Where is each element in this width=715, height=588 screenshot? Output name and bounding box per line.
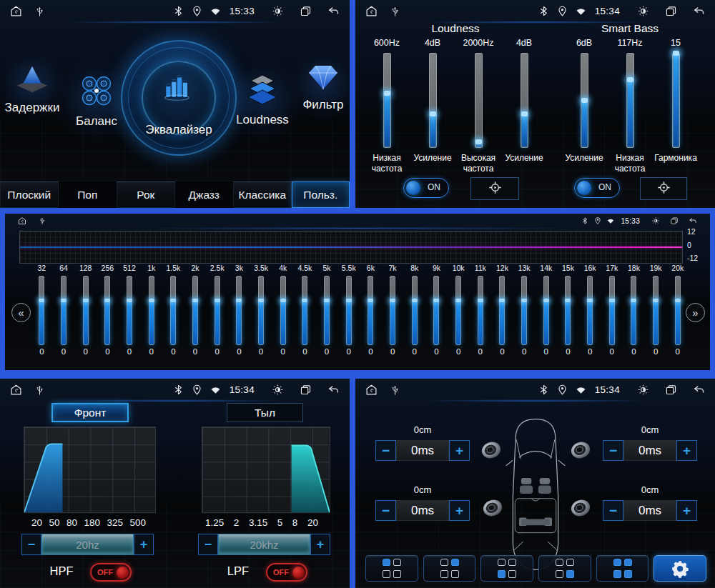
hpf-off-toggle[interactable]: OFF: [90, 563, 132, 582]
band-slider[interactable]: [653, 276, 659, 345]
slider-track[interactable]: [626, 53, 634, 148]
loudness-on-toggle[interactable]: ON: [403, 178, 449, 198]
band-slider[interactable]: [127, 276, 132, 345]
hpf-decrease-button[interactable]: −: [21, 534, 41, 555]
seat-rear-right-button[interactable]: [538, 555, 591, 582]
band-slider[interactable]: [214, 276, 220, 345]
band-slider[interactable]: [478, 276, 483, 345]
band-slider[interactable]: [521, 276, 527, 345]
carousel-item-loudness[interactable]: Loudness: [227, 74, 297, 127]
band-slider[interactable]: [83, 276, 89, 345]
brightness-icon[interactable]: [637, 384, 649, 396]
lpf-decrease-button[interactable]: −: [198, 534, 218, 555]
band-slider[interactable]: [390, 276, 395, 345]
brightness-icon[interactable]: [272, 384, 284, 396]
delay-decrease-button[interactable]: −: [603, 440, 623, 461]
band-slider[interactable]: [39, 276, 44, 345]
home-icon[interactable]: [18, 216, 26, 225]
back-icon[interactable]: [327, 5, 340, 17]
loudness-reset-button[interactable]: [470, 177, 519, 200]
seat-all-button[interactable]: [596, 555, 649, 582]
home-icon[interactable]: [365, 384, 378, 396]
band-slider[interactable]: [192, 276, 198, 345]
delay-decrease-button[interactable]: −: [375, 440, 396, 461]
band-slider[interactable]: [170, 276, 176, 345]
brightness-icon[interactable]: [637, 5, 649, 17]
band-slider[interactable]: [346, 276, 352, 345]
band-slider[interactable]: [324, 276, 330, 345]
delay-increase-button[interactable]: +: [449, 440, 470, 461]
band-slider[interactable]: [149, 276, 154, 345]
band-slider[interactable]: [565, 276, 571, 345]
preset-tab-0[interactable]: Плоский: [0, 181, 59, 208]
band-slider[interactable]: [455, 276, 461, 345]
tab-rear[interactable]: Тыл: [227, 403, 303, 422]
band-slider[interactable]: [258, 276, 264, 345]
band-slider[interactable]: [543, 276, 549, 345]
hpf-increase-button[interactable]: +: [134, 534, 154, 555]
back-icon[interactable]: [689, 216, 697, 225]
band-slider[interactable]: [104, 276, 110, 345]
slider-label: Низкая частота: [604, 153, 656, 174]
lpf-off-toggle[interactable]: OFF: [266, 563, 307, 582]
home-icon[interactable]: [10, 384, 22, 396]
smart-bass-reset-button[interactable]: [640, 177, 687, 200]
delay-increase-button[interactable]: +: [676, 500, 697, 521]
brightness-icon[interactable]: [651, 216, 660, 225]
recents-icon[interactable]: [300, 5, 312, 17]
bands-scroll-left-button[interactable]: «: [11, 303, 31, 322]
delay-decrease-button[interactable]: −: [603, 500, 623, 521]
carousel-item-filter[interactable]: Фильтр: [290, 63, 350, 112]
slider-track[interactable]: [672, 53, 680, 148]
band-freq: 4k: [279, 264, 287, 273]
recents-icon[interactable]: [670, 216, 679, 225]
brightness-icon[interactable]: [272, 5, 284, 17]
hpf-frequency-value[interactable]: 20hz: [41, 534, 134, 555]
settings-button[interactable]: [654, 555, 706, 582]
smart-bass-on-toggle[interactable]: ON: [574, 178, 620, 198]
recents-icon[interactable]: [665, 384, 677, 396]
home-icon[interactable]: [10, 5, 22, 17]
preset-tab-4[interactable]: Классика: [233, 181, 292, 208]
preset-tab-5[interactable]: Польз.: [292, 181, 350, 208]
band-slider[interactable]: [280, 276, 286, 345]
back-icon[interactable]: [327, 384, 340, 396]
recents-icon[interactable]: [300, 384, 312, 396]
band-slider[interactable]: [433, 276, 439, 345]
bands-scroll-right-button[interactable]: »: [686, 303, 705, 322]
band-slider[interactable]: [368, 276, 373, 345]
slider-track[interactable]: [383, 53, 391, 148]
tab-front[interactable]: Фронт: [51, 403, 129, 422]
slider-track[interactable]: [521, 53, 528, 148]
band-slider[interactable]: [412, 276, 418, 345]
preset-tab-3[interactable]: Джазз: [175, 181, 234, 208]
delay-increase-button[interactable]: +: [449, 500, 470, 521]
band-slider[interactable]: [499, 276, 505, 345]
band-slider[interactable]: [587, 276, 593, 345]
seat-rear-left-button[interactable]: [480, 555, 533, 582]
lpf-increase-button[interactable]: +: [310, 534, 330, 555]
home-icon[interactable]: [365, 5, 378, 17]
back-icon[interactable]: [693, 384, 705, 396]
lpf-frequency-value[interactable]: 20khz: [218, 534, 310, 555]
status-bar: 15:34: [355, 379, 715, 400]
band-slider[interactable]: [236, 276, 242, 345]
band-slider[interactable]: [302, 276, 307, 345]
slider-track[interactable]: [581, 53, 588, 148]
band-slider[interactable]: [675, 276, 681, 345]
band-slider[interactable]: [61, 276, 66, 345]
delay-increase-button[interactable]: +: [676, 440, 697, 461]
slider-track[interactable]: [429, 53, 437, 148]
recents-icon[interactable]: [665, 5, 677, 17]
delay-decrease-button[interactable]: −: [375, 500, 396, 521]
preset-tab-1[interactable]: Поп: [59, 181, 117, 208]
seat-front-left-button[interactable]: [365, 555, 418, 582]
back-icon[interactable]: [693, 5, 705, 17]
preset-tab-2[interactable]: Рок: [117, 181, 175, 208]
seat-front-right-button[interactable]: [423, 555, 476, 582]
slider-track[interactable]: [475, 53, 483, 148]
band-slider[interactable]: [609, 276, 615, 345]
band-slider[interactable]: [631, 276, 636, 345]
carousel-item-delays[interactable]: Задержки: [0, 64, 68, 115]
carousel-item-equalizer[interactable]: Эквалайзер: [121, 40, 237, 156]
